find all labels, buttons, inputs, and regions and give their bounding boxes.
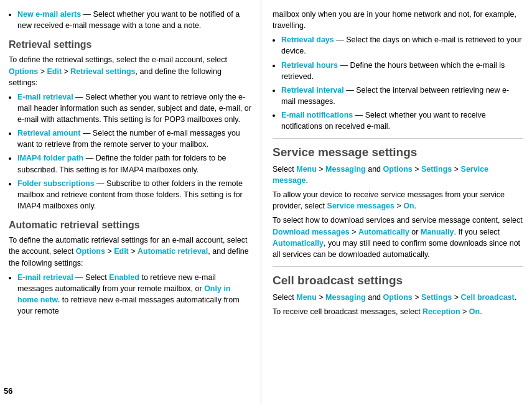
imap4-folder-path-term: IMAP4 folder path: [17, 154, 83, 162]
retrieval-days-bullet: Retrieval days — Select the days on whic…: [281, 34, 523, 57]
retrieval-hours-term: Retrieval hours: [281, 61, 338, 70]
auto-email-retrieval-term: E-mail retrieval: [17, 273, 73, 282]
email-notifications-bullet: E-mail notifications — Select whether yo…: [281, 109, 523, 132]
page-number: 56: [4, 386, 12, 398]
cell-broadcast-intro: Select Menu > Messaging and Options > Se…: [273, 292, 523, 303]
auto-retrieval-heading: Automatic retrieval settings: [9, 218, 252, 232]
service-message-para3: To select how to download services and s…: [273, 215, 523, 260]
retrieval-hours-bullet: Retrieval hours — Define the hours betwe…: [281, 60, 523, 82]
cell-broadcast-para2: To receive cell broadcast messages, sele…: [273, 306, 523, 317]
email-retrieval-term: E-mail retrieval: [17, 93, 73, 101]
new-email-alerts-term: New e-mail alerts: [17, 10, 81, 19]
retrieval-settings-heading: Retrieval settings: [9, 37, 252, 52]
service-message-heading: Service message settings: [273, 145, 523, 161]
auto-retrieval-continued-bullets: Retrieval days — Select the days on whic…: [273, 34, 523, 132]
reception-term: Reception: [422, 307, 460, 316]
auto-retrieval-bullets: E-mail retrieval — Select Enabled to ret…: [9, 272, 252, 317]
retrieval-amount-term: Retrieval amount: [17, 129, 80, 137]
imap4-folder-path-bullet: IMAP4 folder path — Define the folder pa…: [17, 152, 252, 175]
auto-email-retrieval-bullet: E-mail retrieval — Select Enabled to ret…: [17, 272, 252, 317]
left-column: New e-mail alerts — Select whether you w…: [0, 0, 261, 405]
folder-subscriptions-term: Folder subscriptions: [17, 179, 95, 188]
retrieval-settings-intro: To define the retrieval settings, select…: [9, 54, 252, 88]
cell-broadcast-heading: Cell broadcast settings: [273, 273, 523, 289]
right-column: mailbox only when you are in your home n…: [261, 0, 532, 405]
retrieval-interval-bullet: Retrieval interval — Select the interval…: [281, 85, 523, 107]
email-retrieval-bullet: E-mail retrieval — Select whether you wa…: [17, 91, 252, 125]
retrieval-settings-bullets: E-mail retrieval — Select whether you wa…: [9, 91, 252, 212]
service-message-intro: Select Menu > Messaging and Options > Se…: [273, 164, 523, 186]
auto-retrieval-intro: To define the automatic retrieval settin…: [9, 235, 252, 268]
retrieval-days-term: Retrieval days: [281, 35, 334, 44]
divider-2: [273, 266, 523, 267]
retrieval-amount-bullet: Retrieval amount — Select the number of …: [17, 128, 252, 150]
auto-retrieval-continuation: mailbox only when you are in your home n…: [273, 9, 523, 31]
email-notifications-term: E-mail notifications: [281, 111, 353, 119]
new-email-alerts-bullet: New e-mail alerts — Select whether you w…: [17, 9, 252, 31]
folder-subscriptions-bullet: Folder subscriptions — Subscribe to othe…: [17, 178, 252, 212]
service-message-para2: To allow your device to receive service …: [273, 189, 523, 212]
retrieval-interval-term: Retrieval interval: [281, 86, 344, 95]
divider-1: [273, 138, 523, 139]
